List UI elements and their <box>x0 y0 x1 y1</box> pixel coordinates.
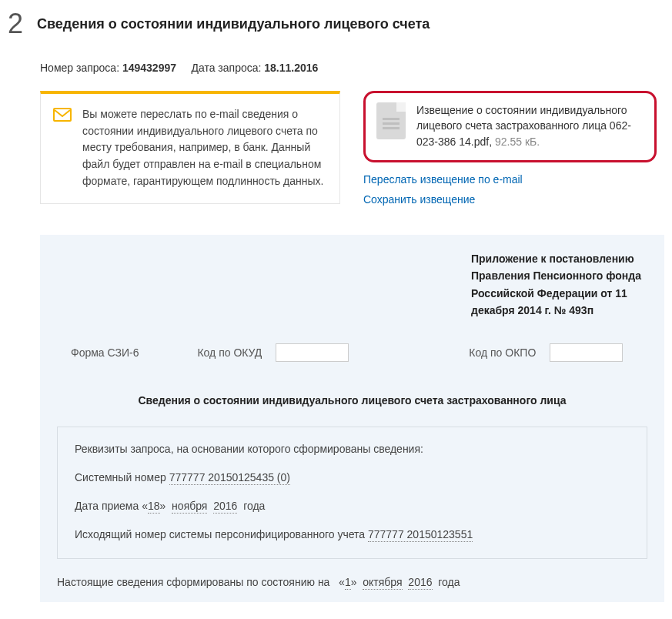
outnum-value: 777777 20150123551 <box>368 528 473 542</box>
accept-prefix: Дата приема « <box>75 500 148 512</box>
forward-link[interactable]: Переслать извещение по e-mail <box>363 173 657 186</box>
accept-mid: » <box>160 500 166 512</box>
okud-label: Код по ОКУД <box>197 346 262 359</box>
state-month: октября <box>363 576 402 590</box>
step-title: Сведения о состоянии индивидуального лиц… <box>37 16 430 32</box>
reqnum-value: 149432997 <box>122 62 176 74</box>
annex-text: Приложение к постановлению Правления Пен… <box>471 250 649 320</box>
state-line: Настоящие сведения сформированы по состо… <box>40 576 664 588</box>
doc-title: Сведения о состоянии индивидуального лиц… <box>40 394 664 407</box>
step-header: 2 Сведения о состоянии индивидуального л… <box>0 8 672 40</box>
state-year: 2016 <box>408 576 432 590</box>
q1: « <box>339 576 345 588</box>
file-attachment[interactable]: Извещение о состоянии индивидуального ли… <box>363 91 657 162</box>
sysnum-value: 777777 20150125435 (0) <box>169 471 290 485</box>
request-meta: Номер запроса: 149432997 Дата запроса: 1… <box>0 62 672 74</box>
step-number: 2 <box>8 8 23 40</box>
form-label: Форма СЗИ-6 <box>71 346 139 359</box>
save-link[interactable]: Сохранить извещение <box>363 193 657 206</box>
accept-month: ноября <box>172 500 207 514</box>
form-panel: Приложение к постановлению Правления Пен… <box>40 235 664 603</box>
outnum-label: Исходящий номер системы персонифицирован… <box>75 528 365 540</box>
okud-input[interactable] <box>276 343 349 362</box>
state-prefix: Настоящие сведения сформированы по состо… <box>57 576 329 588</box>
state-suffix: года <box>438 576 460 588</box>
info-card: Вы можете переслать по e-mail сведения о… <box>40 91 340 204</box>
document-icon <box>376 102 406 139</box>
q2: » <box>351 576 357 588</box>
file-size: 92.55 кБ. <box>495 136 540 148</box>
accept-year: 2016 <box>213 500 237 514</box>
codes-row: Форма СЗИ-6 Код по ОКУД Код по ОКПО <box>40 343 664 362</box>
reqnum-label: Номер запроса: <box>40 62 119 74</box>
accept-suffix: года <box>243 500 265 512</box>
mail-icon <box>53 108 72 123</box>
okpo-input[interactable] <box>550 343 623 362</box>
reqdate-value: 18.11.2016 <box>264 62 318 74</box>
request-details-box: Реквизиты запроса, на основании которого… <box>57 427 647 559</box>
req-heading: Реквизиты запроса, на основании которого… <box>75 441 630 457</box>
svg-rect-0 <box>54 109 71 121</box>
sysnum-label: Системный номер <box>75 471 166 483</box>
state-day: 1 <box>345 576 351 590</box>
reqdate-label: Дата запроса: <box>191 62 261 74</box>
okpo-label: Код по ОКПО <box>469 346 536 359</box>
file-text: Извещение о состоянии индивидуального ли… <box>416 102 644 149</box>
accept-day: 18 <box>148 500 160 514</box>
info-text: Вы можете переслать по e-mail сведения о… <box>82 106 327 189</box>
